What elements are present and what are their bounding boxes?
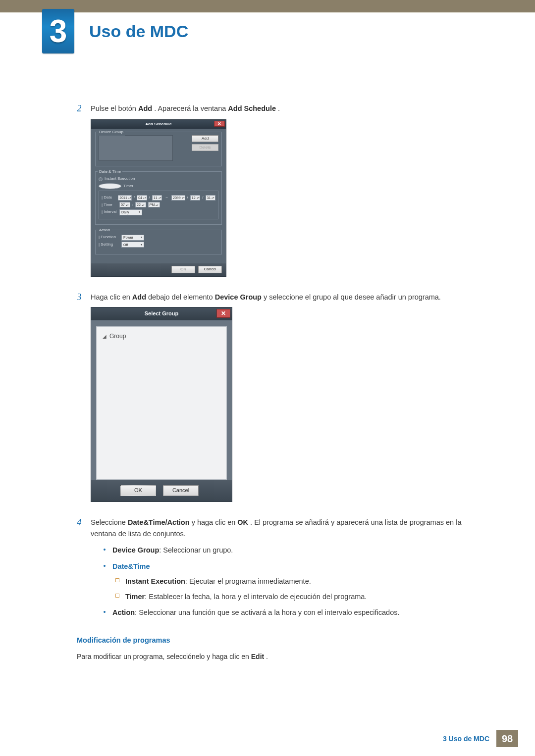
group-tree-item[interactable]: ◢ Group xyxy=(103,332,220,341)
chevron-down-icon: ▾ xyxy=(141,243,142,248)
list-item: Instant Execution: Ejecutar el programa … xyxy=(112,576,488,587)
v: PM xyxy=(150,202,155,207)
chapter-number: 3 xyxy=(50,13,67,50)
bold: Device Group xyxy=(215,293,262,301)
dialog-title: Select Group xyxy=(145,309,178,318)
step-number: 4 xyxy=(77,517,91,623)
label: OK xyxy=(134,486,142,495)
step-body: Pulse el botón Add . Aparecerá la ventan… xyxy=(91,103,488,286)
bold: Action xyxy=(112,608,135,616)
setting-select[interactable]: Off▾ xyxy=(121,242,144,248)
dialog-titlebar: Select Group ✕ xyxy=(91,307,232,320)
cancel-button[interactable]: Cancel xyxy=(163,485,199,496)
date-time-box: Date & Time Instant Execution Timer | Da… xyxy=(95,171,222,225)
text: : Seleccionar un grupo. xyxy=(159,546,233,554)
bold: Device Group xyxy=(112,546,159,554)
text: Seleccione xyxy=(91,518,128,526)
spinner-icon: ▴▾ xyxy=(159,197,161,199)
chapter-badge: 3 xyxy=(42,9,74,53)
footer-text: 3 Uso de MDC xyxy=(443,735,489,743)
label: Delete xyxy=(199,145,211,151)
bold: Add xyxy=(138,104,152,112)
add-button[interactable]: Add xyxy=(192,135,218,142)
page-footer: 3 Uso de MDC 98 xyxy=(443,730,518,747)
spinner-icon: ▴▾ xyxy=(142,204,145,206)
page-number: 98 xyxy=(496,730,518,747)
device-group-list[interactable] xyxy=(99,135,173,161)
spinner-icon: ▴▾ xyxy=(156,204,159,206)
list-item: Device Group: Seleccionar un grupo. xyxy=(104,545,488,555)
function-label: | Function xyxy=(99,234,119,241)
spinner-icon: ▴▾ xyxy=(197,197,200,199)
v: 31 xyxy=(207,195,211,201)
text: . Aparecerá la ventana xyxy=(154,104,228,112)
text: y seleccione el grupo al que desee añadi… xyxy=(264,293,441,301)
date-year1[interactable]: 2011▴▾ xyxy=(118,195,132,201)
time-ampm[interactable]: PM▴▾ xyxy=(148,202,160,207)
dialog-footer: OK Cancel xyxy=(91,263,226,276)
v: 22 xyxy=(137,202,141,207)
timer-radio[interactable]: Timer xyxy=(99,183,218,190)
bold: Add xyxy=(132,293,146,301)
v: 12 xyxy=(192,195,196,201)
group-label: Device Group xyxy=(98,129,125,136)
device-group-box: Device Group Add Delete xyxy=(95,132,222,166)
paragraph: Para modificar un programa, selecciónelo… xyxy=(77,651,488,662)
bold: Add Schedule xyxy=(228,104,276,112)
chapter-title: Uso de MDC xyxy=(89,22,188,41)
v: Power xyxy=(123,235,133,240)
date-day1[interactable]: 11▴▾ xyxy=(152,195,162,201)
step-body: Haga clic en Add debajo del elemento Dev… xyxy=(91,292,488,511)
text: . xyxy=(278,104,280,112)
add-schedule-dialog: Add Schedule ✕ Device Group Add Delete xyxy=(91,119,226,277)
tree-expand-icon: ◢ xyxy=(103,333,107,341)
bold: OK xyxy=(237,518,248,526)
label: OK xyxy=(180,266,186,273)
list-item: Date&Time Instant Execution: Ejecutar el… xyxy=(104,561,488,602)
radio-icon xyxy=(99,177,103,181)
timer-panel: | Date 2011▴▾ / 04▴▾ / 11▴▾ ~ 2099▴▾ / 1… xyxy=(99,191,218,219)
action-box: Action | Function Power▾ | Setting Off▾ xyxy=(95,230,222,254)
top-band xyxy=(0,0,535,13)
interval-select[interactable]: Daily▾ xyxy=(119,209,142,215)
label: Add xyxy=(202,136,209,142)
ok-button[interactable]: OK xyxy=(171,266,195,273)
chevron-down-icon: ▾ xyxy=(141,235,142,240)
text: Pulse el botón xyxy=(91,104,138,112)
text: Para modificar un programa, selecciónelo… xyxy=(77,653,251,660)
list-item: Timer: Establecer la fecha, la hora y el… xyxy=(112,591,488,602)
radio-icon xyxy=(99,183,121,189)
text: : Establecer la fecha, la hora y el inte… xyxy=(145,593,367,601)
step-number: 2 xyxy=(77,103,91,286)
bullet-heading: Date&Time xyxy=(112,562,150,570)
cancel-button[interactable]: Cancel xyxy=(198,266,222,273)
instant-execution-radio[interactable]: Instant Execution xyxy=(99,176,218,182)
time-min[interactable]: 22▴▾ xyxy=(135,202,146,207)
close-icon[interactable]: ✕ xyxy=(214,121,225,127)
bold: Timer xyxy=(125,593,145,601)
text: debajo del elemento xyxy=(148,293,215,301)
dialog-body: Device Group Add Delete Date & Time xyxy=(91,129,226,263)
time-hour[interactable]: 07▴▾ xyxy=(119,202,130,207)
function-select[interactable]: Power▾ xyxy=(121,235,144,241)
step-4: 4 Seleccione Date&Time/Action y haga cli… xyxy=(77,517,488,623)
delete-button[interactable]: Delete xyxy=(192,144,218,151)
date-label: | Date xyxy=(102,195,116,201)
label: Instant Execution xyxy=(105,176,135,182)
dialog-title: Add Schedule xyxy=(145,121,171,128)
text: : Ejecutar el programa inmediatamente. xyxy=(185,577,311,585)
setting-label: | Setting xyxy=(99,242,119,248)
date-day2[interactable]: 31▴▾ xyxy=(206,195,215,201)
bold: Date&Time/Action xyxy=(128,518,190,526)
date-month2[interactable]: 12▴▾ xyxy=(190,195,200,201)
step-3: 3 Haga clic en Add debajo del elemento D… xyxy=(77,292,488,511)
ok-button[interactable]: OK xyxy=(120,485,156,496)
v: Off xyxy=(123,242,128,248)
label: Cancel xyxy=(172,486,189,495)
chevron-down-icon: ▾ xyxy=(139,210,140,215)
text: Haga clic en xyxy=(91,293,132,301)
close-icon[interactable]: ✕ xyxy=(216,309,230,318)
date-year2[interactable]: 2099▴▾ xyxy=(171,195,185,201)
dialog-titlebar: Add Schedule ✕ xyxy=(91,120,226,129)
date-month1[interactable]: 04▴▾ xyxy=(137,195,147,201)
